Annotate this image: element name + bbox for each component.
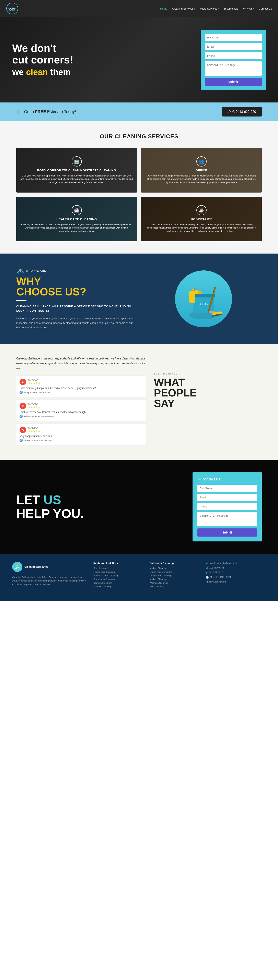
view-review-link-2[interactable]: View Review (39, 439, 52, 442)
service-card-body-corporate[interactable]: 🏢 BODY CORPORATE CLEANING/STRATA CLEANIN… (16, 148, 137, 192)
let-us-content: LET US HELP YOU. (16, 493, 84, 520)
footer-hours-text: Mon - Fri 9AM - 5PM (210, 576, 231, 578)
footer-col3-heading: Bathroom Cleaning (150, 562, 200, 565)
reviewer-avatar-2: A (19, 426, 26, 433)
reviewer-name-2: Allison Johns (24, 439, 38, 442)
google-icon-1: G (19, 415, 23, 418)
estimate-bar: ❯ Get a FREE Estimate Today! ✆ ✆ 0418-62… (0, 102, 278, 121)
phone-number: ✆ 0418-622-020 (232, 110, 256, 114)
services-grid: 🏢 BODY CORPORATE CLEANING/STRATA CLEANIN… (16, 148, 262, 241)
footer-col2-list: End of Lease Health Care Cleaning Body C… (93, 567, 144, 588)
footer-link-3[interactable]: Commercial Cleaning (93, 578, 144, 581)
hero-phone-input[interactable] (205, 52, 262, 59)
footer-link-5[interactable]: Window Cleaning (93, 585, 144, 588)
review-link-1[interactable]: G Pamela Hussey View Review (19, 415, 142, 418)
footer-link-1[interactable]: Health Care Cleaning (93, 571, 144, 573)
service-card-overlay-1: 🏢 BODY CORPORATE CLEANING/STRATA CLEANIN… (16, 148, 137, 192)
service-card-desc-2: Our commercial cleaning services include… (145, 174, 258, 184)
nav-micro-services[interactable]: Micro Services (200, 7, 219, 10)
arrow-icon: ❯ (16, 109, 20, 115)
footer-col-2: Restaurants & Bars End of Lease Health C… (93, 562, 144, 589)
brand-star-icon (16, 268, 24, 274)
review-stars-0: ★★★★★ (28, 382, 40, 385)
hero-email-input[interactable] (205, 43, 262, 50)
footer-phone-number-1[interactable]: (02) 6100 5491 (209, 566, 224, 569)
hero-fullname-input[interactable] (205, 34, 262, 41)
phone-icon-1: ✆ (206, 566, 208, 570)
hero-submit-button[interactable]: Submit (205, 78, 262, 86)
review-link-2[interactable]: G Allison Johns View Review (19, 439, 142, 442)
footer: Cleaning Brilliance Cleaning Brilliance … (0, 554, 278, 601)
footer-appointment: And by Appointment (206, 581, 266, 583)
cleaning-bucket-illustration: CLEAN (175, 270, 232, 327)
nav-why-us[interactable]: Why Us? (243, 7, 254, 10)
service-card-office[interactable]: 👥 OFFICE Our commercial cleaning service… (141, 148, 262, 192)
nav-home[interactable]: Home (160, 7, 167, 10)
footer-grid: Cleaning Brilliance Cleaning Brilliance … (12, 562, 266, 589)
contact-section: LET US HELP YOU. ✉ Contact us. Submit (0, 460, 278, 554)
why-description: With over 25 years experience, we can ma… (16, 317, 133, 330)
review-text-0: I was extremely happy with the end of le… (19, 387, 142, 390)
hero-message-input[interactable] (205, 61, 262, 76)
hero-section: We don't cut corners! we clean them Subm… (0, 17, 278, 102)
review-meta-0: 2019-04-02 ★★★★★ (28, 379, 40, 385)
view-review-link-1[interactable]: View Review (41, 415, 54, 418)
why-section: WHO WE ARE WHY CHOOSE US? CLEANING BRILL… (0, 253, 278, 344)
site-logo[interactable]: CLEANING BRILLIANCE (6, 2, 18, 14)
why-heading: WHY CHOOSE US? (16, 276, 133, 297)
footer-link-11[interactable]: NDIS Cleaning (150, 585, 200, 588)
contact-phone-input[interactable] (197, 503, 257, 510)
google-icon-2: G (19, 439, 23, 442)
footer-appointment-text: And by Appointment (206, 581, 226, 583)
google-icon-0: G (19, 391, 23, 394)
contact-fullname-input[interactable] (197, 485, 257, 492)
footer-email-address[interactable]: info@cleaningbrilliance.com (209, 562, 237, 564)
phone-icon-2: ✆ (206, 571, 208, 574)
footer-link-9[interactable]: Kitchen Cleaning (150, 578, 200, 581)
service-card-healthcare[interactable]: 🏥 HEALTH CARE CLEANING Cleaning Brillian… (16, 197, 137, 241)
services-section: OUR CLEANING SERVICES 🏢 BODY CORPORATE C… (0, 121, 278, 253)
review-meta-1: 2020-02-11 ★★★★☆ (28, 403, 40, 409)
footer-link-8[interactable]: Hotel Room Cleaning (150, 574, 200, 577)
view-review-link-0[interactable]: View Review (38, 391, 51, 394)
svg-marker-17 (16, 565, 19, 567)
footer-link-6[interactable]: Kitchen Cleaning (150, 567, 200, 570)
testimonials-intro: Cleaning Brilliance is the most dependab… (16, 356, 146, 371)
contact-submit-button[interactable]: Submit (197, 528, 257, 536)
service-card-title-1: BODY CORPORATE CLEANING/STRATA CLEANING (37, 169, 116, 172)
phone-button[interactable]: ✆ ✆ 0418-622-020 (222, 107, 262, 116)
review-date-0: 2019-04-02 (28, 379, 40, 382)
nav-links: Home Cleaning Services Micro Services Te… (160, 7, 272, 10)
review-date-1: 2020-02-11 (28, 403, 40, 406)
estimate-text: Get a FREE Estimate Today! (24, 110, 76, 114)
nav-cleaning-services[interactable]: Cleaning Services (172, 7, 195, 10)
footer-link-10[interactable]: Wellness Cleaning (150, 582, 200, 584)
service-card-hospitality[interactable]: ☕ HOSPITALITY Cafes, restaurants and clu… (141, 197, 262, 241)
services-heading: OUR CLEANING SERVICES (16, 133, 262, 140)
hero-headline: We don't cut corners! (12, 43, 73, 66)
contact-message-input[interactable] (197, 512, 257, 527)
review-text-2: Very happy with their services (19, 435, 142, 438)
svg-text:CLEAN: CLEAN (198, 302, 208, 305)
footer-link-2[interactable]: Body Corporate Cleaning (93, 574, 144, 577)
review-stars-1: ★★★★☆ (28, 406, 40, 409)
contact-email-input[interactable] (197, 494, 257, 501)
footer-link-0[interactable]: End of Lease (93, 567, 144, 570)
review-text-1: Terrific in every way. Cannot recommend … (19, 411, 142, 414)
testimonials-main-heading: WHAT PEOPLE SAY (154, 377, 262, 409)
review-header-2: A 2021-11-01 ★★★★★ (19, 426, 142, 433)
nav-contact[interactable]: Contact Us (259, 7, 272, 10)
review-link-0[interactable]: G Vicky Krakie View Review (19, 391, 142, 394)
let-us-heading: LET US HELP YOU. (16, 493, 84, 520)
footer-phone-number-2[interactable]: 0418-622-020 (209, 571, 223, 574)
why-divider (16, 300, 26, 301)
service-card-overlay-3: 🏥 HEALTH CARE CLEANING Cleaning Brillian… (16, 197, 137, 241)
service-card-title-4: HOSPITALITY (191, 217, 212, 221)
footer-col2-heading: Restaurants & Bars (93, 562, 144, 565)
review-header-0: B 2019-04-02 ★★★★★ (19, 379, 142, 385)
nav-testimonials[interactable]: Testimonials (224, 7, 238, 10)
footer-link-4[interactable]: Domestic Cleaning (93, 582, 144, 584)
review-card-1: P 2020-02-11 ★★★★☆ Terrific in every way… (16, 400, 146, 421)
hero-subheadline: we clean them (12, 67, 73, 77)
footer-link-7[interactable]: End of Lease Cleaning (150, 571, 200, 573)
